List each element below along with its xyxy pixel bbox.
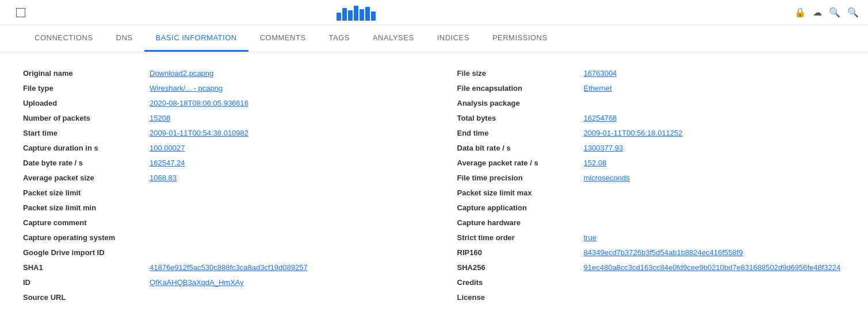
field-row: Capture hardware [457, 215, 846, 230]
field-value-link[interactable]: 41876e912f5ac530c888fc3ca8ad3cf19d089257 [150, 263, 308, 272]
tab-indices[interactable]: INDICES [426, 25, 481, 52]
field-value-link[interactable]: 162547.24 [150, 159, 185, 167]
lock-icon[interactable]: 🔒 [794, 7, 806, 18]
field-value[interactable]: 2020-08-18T08:06:05.936616 [150, 99, 411, 107]
field-label: Packet size limit max [457, 188, 584, 197]
field-value[interactable]: microseconds [584, 174, 846, 182]
field-label: Date byte rate / s [23, 159, 150, 167]
field-value-link[interactable]: 2020-08-18T08:06:05.936616 [150, 99, 248, 107]
field-row: Packet size limit max [457, 186, 846, 201]
field-label: Analysis package [457, 99, 584, 107]
field-row: Analysis package [457, 96, 846, 111]
field-label: RIP160 [457, 248, 584, 257]
field-value-link[interactable]: Download2.pcapng [150, 69, 213, 78]
field-label: License [457, 293, 584, 302]
field-label: Number of packets [23, 114, 150, 122]
field-value[interactable]: 162547.24 [150, 159, 411, 167]
field-row: File typeWireshark/... - pcapng [23, 81, 411, 96]
field-value[interactable]: 41876e912f5ac530c888fc3ca8ad3cf19d089257 [150, 263, 411, 272]
field-value[interactable]: Ethernet [584, 84, 846, 93]
field-label: Strict time order [457, 233, 584, 242]
field-row: Number of packets15208 [23, 111, 411, 126]
square-icon[interactable] [16, 8, 25, 17]
search2-icon[interactable]: 🔍 [847, 7, 859, 18]
topbar-center [41, 5, 781, 21]
field-value-link[interactable]: 152.08 [584, 159, 607, 167]
field-value[interactable]: Download2.pcapng [150, 69, 411, 78]
field-value[interactable]: 16254768 [584, 114, 846, 122]
field-value[interactable]: 2009-01-11T00:56:18.011252 [584, 129, 846, 137]
field-label: Average packet rate / s [457, 159, 584, 167]
waveform-chart [337, 5, 376, 21]
field-row: Start time2009-01-11T00:54:38.010982 [23, 126, 411, 141]
field-label: Capture hardware [457, 218, 584, 227]
field-value-link[interactable]: 2009-01-11T00:56:18.011252 [584, 129, 683, 137]
field-value[interactable]: 16763004 [584, 69, 846, 78]
field-row: Date byte rate / s162547.24 [23, 156, 411, 171]
field-value-link[interactable]: Wireshark/... - pcapng [150, 84, 223, 93]
field-row: Credits [457, 275, 846, 290]
field-label: Credits [457, 278, 584, 287]
waveform-bar [371, 11, 376, 21]
field-value-link[interactable]: 1300377.93 [584, 144, 624, 152]
field-value[interactable]: 100.00027 [150, 144, 411, 152]
field-value[interactable]: 2009-01-11T00:54:38.010982 [150, 129, 411, 137]
field-row: Google Drive import ID [23, 245, 411, 260]
tab-permissions[interactable]: PERMISSIONS [481, 25, 559, 52]
field-value[interactable]: 1068.83 [150, 174, 411, 182]
field-value[interactable]: true [584, 233, 846, 242]
field-label: Uploaded [23, 99, 150, 107]
field-value[interactable]: 84349ecd7b3726b3f5d54ab1b8824ec416f558f9 [584, 248, 846, 257]
field-row: RIP16084349ecd7b3726b3f5d54ab1b8824ec416… [457, 245, 846, 260]
field-value-link[interactable]: 1068.83 [150, 174, 177, 182]
search-icon[interactable]: 🔍 [829, 7, 840, 18]
waveform-bar [348, 10, 353, 21]
tab-tags[interactable]: TAGS [318, 25, 361, 52]
field-row: End time2009-01-11T00:56:18.011252 [457, 126, 846, 141]
tab-comments[interactable]: COMMENTS [248, 25, 318, 52]
tab-connections[interactable]: CONNECTIONS [23, 25, 105, 52]
field-value-link[interactable]: 2009-01-11T00:54:38.010982 [150, 129, 248, 137]
field-value-link[interactable]: Ethernet [584, 84, 612, 93]
field-value-link[interactable]: 16763004 [584, 69, 617, 78]
main-content: Original nameDownload2.pcapngFile typeWi… [0, 52, 868, 312]
field-label: SHA1 [23, 263, 150, 272]
field-value[interactable]: 1300377.93 [584, 144, 846, 152]
field-label: Capture comment [23, 218, 150, 227]
field-value-link[interactable]: 100.00027 [150, 144, 185, 152]
tab-dns[interactable]: DNS [105, 25, 144, 52]
field-row: File size16763004 [457, 66, 846, 81]
field-value[interactable]: 15208 [150, 114, 411, 122]
field-value[interactable]: 152.08 [584, 159, 846, 167]
field-value-link[interactable]: 91ec480a8cc3cd163cc84e0fd9cee9b0210bd7e8… [584, 263, 841, 272]
tab-basic-information[interactable]: BASIC INFORMATION [144, 25, 248, 52]
field-value[interactable]: 91ec480a8cc3cd163cc84e0fd9cee9b0210bd7e8… [584, 263, 846, 272]
field-label: File time precision [457, 174, 584, 182]
field-row: Average packet size1068.83 [23, 171, 411, 186]
field-value-link[interactable]: microseconds [584, 174, 630, 182]
field-value[interactable]: Wireshark/... - pcapng [150, 84, 411, 93]
field-label: Start time [23, 129, 150, 137]
cloud-icon[interactable]: ☁ [813, 7, 822, 18]
field-label: Packet size limit min [23, 203, 150, 212]
field-row: SHA25691ec480a8cc3cd163cc84e0fd9cee9b021… [457, 260, 846, 275]
field-row: Strict time ordertrue [457, 230, 846, 245]
field-row: IDQfKaAHQB3aXqdA_HmXAy [23, 275, 411, 290]
field-row: Capture operating system [23, 230, 411, 245]
field-label: Original name [23, 69, 150, 78]
field-value-link[interactable]: QfKaAHQB3aXqdA_HmXAy [150, 278, 244, 287]
field-row: File encapsulationEthernet [457, 81, 846, 96]
field-value-link[interactable]: 84349ecd7b3726b3f5d54ab1b8824ec416f558f9 [584, 248, 743, 257]
field-label: File encapsulation [457, 84, 584, 93]
field-value-link[interactable]: 16254768 [584, 114, 617, 122]
field-label: Google Drive import ID [23, 248, 150, 257]
waveform-bar [360, 9, 364, 21]
field-row: Data bit rate / s1300377.93 [457, 141, 846, 156]
field-value[interactable]: QfKaAHQB3aXqdA_HmXAy [150, 278, 411, 287]
field-value-link[interactable]: true [584, 233, 596, 242]
field-row: Capture comment [23, 215, 411, 230]
tab-analyses[interactable]: ANALYSES [361, 25, 426, 52]
topbar-left [9, 8, 32, 17]
field-row: Average packet rate / s152.08 [457, 156, 846, 171]
field-value-link[interactable]: 15208 [150, 114, 170, 122]
